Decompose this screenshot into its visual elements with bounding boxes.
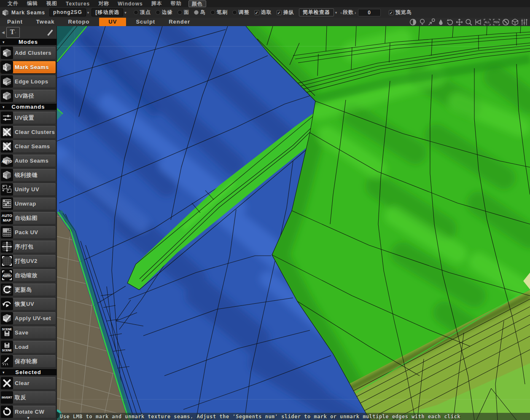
undo-icon [1, 298, 13, 310]
cube-check-icon [1, 312, 13, 324]
section-header-modes[interactable]: Modes▾ [0, 39, 56, 45]
tab-uv[interactable]: UV [99, 18, 126, 26]
sidebar-item-clear-selected[interactable]: Clear [0, 377, 56, 390]
current-tool-label: Mark Seams [11, 10, 45, 16]
sidebar-item-update-islands[interactable]: 更新岛 [0, 283, 56, 296]
sidebar-item-clear-clusters[interactable]: Clear Clusters [0, 126, 56, 139]
radio-edges[interactable]: 边缘 [156, 9, 173, 16]
pan-icon[interactable] [455, 18, 463, 26]
text-tool-button[interactable]: T▫ [6, 27, 20, 38]
menu-edit[interactable]: 编辑 [23, 0, 42, 7]
radio-tweak-icon[interactable] [232, 10, 237, 15]
checkbox-manipulate[interactable]: ✓操纵 [277, 9, 294, 16]
tab-paint[interactable]: Paint [3, 18, 27, 26]
tab-tweak[interactable]: Tweak [32, 18, 59, 26]
sidebar-item-uv-settings[interactable]: UV设置 [0, 111, 56, 124]
sidebar-item-mark-seams[interactable]: Mark Seams [0, 61, 56, 74]
mesh-scene [57, 26, 530, 420]
chevron-down-icon[interactable]: ▾ [335, 11, 337, 15]
sidebar-item-auto-map[interactable]: AUTOMAP自动贴图 [0, 211, 56, 225]
radio-faces-icon[interactable] [178, 10, 182, 15]
transform-dropdown[interactable]: [移动所选 [91, 8, 123, 16]
zoom-icon[interactable] [465, 18, 473, 26]
sidebar-item-save-contour[interactable]: 保存轮廓 [0, 355, 56, 368]
chevron-down-icon[interactable]: ▾ [124, 11, 126, 15]
pen-brackets-icon[interactable]: PEN [492, 18, 500, 26]
sidebar-item-edge-loops[interactable]: Edge Loops [0, 75, 56, 88]
grid-corners-icon [1, 255, 13, 267]
spin-right-icon[interactable]: › [355, 10, 356, 15]
svg-text:MAP: MAP [3, 218, 11, 222]
section-header-selected[interactable]: Selected▾ [0, 369, 56, 375]
checkbox-select-icon[interactable]: ✓ [254, 10, 259, 15]
sidebar-item-save[interactable]: SCENESave [0, 326, 56, 339]
perspective-icon[interactable] [474, 18, 482, 26]
collapse-panel-icon[interactable]: ◀ [2, 30, 5, 35]
scroll-down-arrow[interactable]: ▾ [0, 416, 56, 420]
menu-file[interactable]: 文件 [3, 0, 23, 7]
radio-faces[interactable]: 面 [178, 9, 189, 16]
sidebar-item-apply-uv-set[interactable]: Apply UV-set [0, 312, 56, 325]
material-dropdown[interactable]: phong2SG [49, 8, 86, 16]
menu-textures[interactable]: Textures [62, 1, 94, 7]
sidebar-item-sort-pack[interactable]: 序/打包 [0, 240, 56, 253]
tab-sculpt[interactable]: Sculpt [132, 18, 159, 26]
viewport-3d[interactable]: Use LMB to mark and unmark texture seams… [57, 26, 530, 420]
radio-brush-icon[interactable] [210, 10, 215, 15]
sidebar-item-unify-uv[interactable]: Unify UV [0, 183, 56, 196]
sidebar-item-unwrap[interactable]: Unwrap [0, 197, 56, 210]
radio-tweak[interactable]: 调整 [232, 9, 250, 16]
tool-options-bar: Mark Seams phong2SG ▾ [移动所选 ▾ 顶点边缘面岛笔刷调整… [0, 7, 530, 18]
cube-view-icon[interactable] [511, 18, 519, 26]
segments-input[interactable]: 0 [358, 9, 381, 16]
sidebar-item-uv-path[interactable]: UV路径 [0, 89, 56, 102]
checkbox-preview-islands[interactable]: ✓预览岛 [389, 9, 412, 16]
sidebar-item-restore-uv[interactable]: 恢复UV [0, 297, 56, 310]
radio-edges-icon[interactable] [156, 10, 160, 15]
checkbox-select[interactable]: ✓选取 [254, 9, 272, 16]
radio-islands-icon[interactable] [194, 10, 199, 15]
cube-plain-icon [1, 169, 13, 181]
menu-scripts[interactable]: 脚本 [147, 0, 167, 7]
color-button[interactable]: 颜色 [188, 0, 206, 7]
checkbox-manipulate-icon[interactable]: ✓ [277, 10, 282, 15]
menu-symmetry[interactable]: 对称 [94, 0, 113, 7]
checker-dropdown[interactable]: 简单检查器 [299, 8, 334, 16]
sidebar-item-pack-uv[interactable]: Pack UV [0, 226, 56, 239]
bulb-icon[interactable] [418, 18, 426, 26]
sidebar-item-load[interactable]: SCENELoad [0, 340, 56, 353]
menu-help[interactable]: 帮助 [167, 0, 186, 7]
chevron-down-icon[interactable]: ▾ [87, 11, 89, 15]
contrast-icon[interactable] [409, 18, 417, 26]
sidebar-item-pack-uv2[interactable]: 打包UV2 [0, 254, 56, 268]
drop-icon[interactable] [437, 18, 445, 26]
radio-brush[interactable]: 笔刷 [210, 9, 228, 16]
section-header-commands[interactable]: Commands▾ [0, 104, 56, 110]
radio-islands[interactable]: 岛 [194, 9, 206, 16]
no-snap-icon[interactable] [502, 18, 510, 26]
sidebar-item-auto-seams[interactable]: AUTOAuto Seams [0, 154, 56, 167]
tab-retopo[interactable]: Retopo [65, 18, 94, 26]
svg-text:SCENE: SCENE [2, 349, 12, 352]
sidebar-item-add-clusters[interactable]: Add Clusters [0, 46, 56, 59]
menu-view[interactable]: 视图 [42, 0, 62, 7]
menu-windows[interactable]: Windows [113, 1, 147, 7]
sliders-v-icon[interactable] [520, 18, 528, 26]
left-tool-panel: ◀ T▫ Modes▾Add ClustersMark SeamsEdge Lo… [0, 26, 57, 420]
auto-brackets-icon: AUTO [1, 269, 13, 281]
spin-left-icon[interactable]: ‹ [340, 10, 342, 15]
cube-path-icon [1, 90, 13, 102]
tab-render[interactable]: Render [165, 18, 194, 26]
cube-loops-icon [1, 75, 13, 88]
svg-text:AUTO: AUTO [3, 274, 12, 278]
all-brackets-icon[interactable]: ALL [483, 18, 491, 26]
sidebar-item-invert-selection[interactable]: INVERT取反 [0, 391, 56, 404]
bulb-arrow-icon[interactable] [428, 18, 436, 26]
sidebar-item-sharp-seams[interactable]: 锐利接缝 [0, 169, 56, 182]
checkbox-preview-islands-icon[interactable]: ✓ [389, 10, 394, 15]
rotate-view-icon[interactable] [446, 18, 454, 26]
sidebar-item-auto-scale[interactable]: AUTO自动缩放 [0, 269, 56, 282]
radio-vertices[interactable]: 顶点 [134, 9, 151, 16]
sidebar-item-clear-seams[interactable]: Clear Seams [0, 140, 56, 153]
radio-vertices-icon[interactable] [134, 10, 138, 15]
